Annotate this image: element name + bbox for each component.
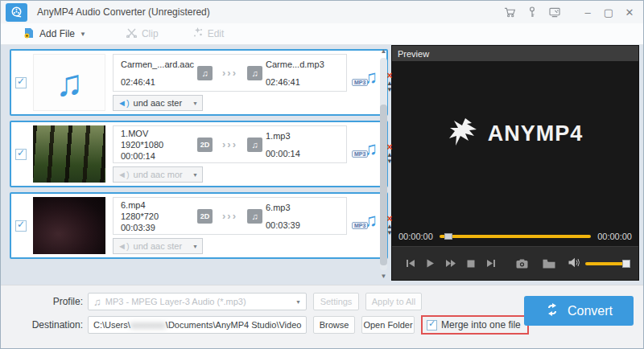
audio-track-label: und aac ster bbox=[134, 98, 183, 108]
play-button[interactable] bbox=[420, 254, 440, 273]
destination-input[interactable]: C:\Users\xxxxxxxx\Documents\AnyMP4 Studi… bbox=[88, 316, 307, 334]
apply-to-all-button[interactable]: Apply to All bbox=[365, 293, 422, 310]
anymp4-logo-icon bbox=[448, 117, 480, 152]
source-filename: Carmen_...ard.aac bbox=[121, 60, 197, 69]
add-file-button[interactable]: Add File ▼ bbox=[15, 23, 94, 44]
maximize-button[interactable]: ▢ bbox=[600, 4, 617, 20]
preview-title: Preview bbox=[392, 46, 638, 61]
audio-track-select[interactable]: ◄) und aac mor ▼ bbox=[113, 166, 203, 183]
profile-format-icon: ♫ bbox=[93, 296, 101, 308]
scissors-icon bbox=[126, 28, 137, 40]
output-filename: 1.mp3 bbox=[266, 131, 346, 141]
target-type-badge: ♫ bbox=[247, 138, 262, 152]
stop-button[interactable] bbox=[460, 254, 481, 273]
anymp4-logo-text: ANYMP4 bbox=[488, 121, 584, 146]
volume-speaker-icon[interactable] bbox=[568, 257, 580, 271]
profile-value: MP3 - MPEG Layer-3 Audio (*.mp3) bbox=[105, 297, 291, 306]
source-filename: 1.MOV bbox=[121, 129, 197, 138]
playback-controls bbox=[392, 246, 638, 280]
seek-handle[interactable] bbox=[444, 233, 452, 240]
add-file-label: Add File bbox=[39, 28, 75, 39]
list-scrollbar[interactable]: ▲ ▼ bbox=[378, 47, 389, 281]
audio-track-select[interactable]: ◄) und aac ster ▼ bbox=[113, 238, 203, 254]
preview-screen: ANYMP4 bbox=[392, 61, 638, 227]
edit-button[interactable]: Edit bbox=[184, 23, 233, 44]
convert-label: Convert bbox=[568, 304, 613, 318]
seek-slider[interactable] bbox=[440, 232, 591, 240]
video-thumbnail bbox=[33, 197, 105, 254]
output-filename: 6.mp3 bbox=[266, 203, 346, 212]
output-format-icon[interactable]: ♫MP3 bbox=[353, 142, 378, 166]
register-key-icon[interactable] bbox=[522, 4, 542, 20]
source-duration: 00:00:14 bbox=[121, 151, 197, 161]
scroll-up-icon[interactable]: ▲ bbox=[378, 47, 389, 56]
open-folder-button[interactable]: Open Folder bbox=[361, 316, 415, 334]
previous-button[interactable] bbox=[400, 254, 420, 273]
bottom-panel: Profile: ♫ MP3 - MPEG Layer-3 Audio (*.m… bbox=[1, 285, 644, 349]
volume-slider[interactable] bbox=[585, 260, 630, 268]
row-checkbox[interactable] bbox=[15, 220, 27, 232]
convert-button[interactable]: Convert bbox=[524, 296, 634, 326]
clip-label: Clip bbox=[142, 28, 159, 39]
source-resolution: 1280*720 bbox=[121, 211, 197, 221]
window-title: AnyMP4 Audio Converter (Unregistered) bbox=[37, 6, 210, 18]
destination-user-blurred: xxxxxxxx bbox=[130, 320, 166, 330]
source-filename: 6.mp4 bbox=[121, 200, 197, 210]
output-filename: Carme...d.mp3 bbox=[266, 60, 346, 69]
output-duration: 02:46:41 bbox=[266, 77, 346, 87]
main-area: ♫ Carmen_...ard.aac 02:46:41 ♫ ››› ♫ Car… bbox=[1, 45, 644, 285]
open-snapshot-folder-icon[interactable] bbox=[539, 254, 559, 273]
toolbar: Add File ▼ Clip Edit bbox=[1, 23, 644, 45]
preview-panel: Preview ANYMP4 00:00:00 00:00:00 bbox=[391, 45, 639, 281]
merge-checkbox[interactable] bbox=[427, 320, 437, 331]
destination-path-prefix: C:\Users\ bbox=[93, 320, 130, 330]
scrollbar-thumb[interactable] bbox=[380, 105, 387, 265]
close-button[interactable]: ✕ bbox=[621, 4, 638, 20]
file-info-panel: 6.mp4 1280*720 00:03:39 2D ››› ♫ 6.mp3 0… bbox=[113, 197, 347, 235]
speaker-icon: ◄) bbox=[118, 170, 130, 179]
clip-button[interactable]: Clip bbox=[118, 23, 167, 44]
chevron-down-icon: ▼ bbox=[192, 172, 198, 178]
feedback-icon[interactable] bbox=[545, 4, 564, 20]
chevron-down-icon: ▼ bbox=[192, 101, 198, 106]
output-format-icon[interactable]: ♫MP3 bbox=[353, 71, 378, 95]
output-duration: 00:03:39 bbox=[266, 220, 346, 230]
speaker-icon: ◄) bbox=[118, 241, 130, 251]
source-type-badge: 2D bbox=[197, 209, 213, 224]
scroll-down-icon[interactable]: ▼ bbox=[378, 272, 389, 281]
volume-handle[interactable] bbox=[622, 260, 630, 268]
volume-control bbox=[568, 257, 630, 271]
destination-label: Destination: bbox=[1, 319, 88, 331]
edit-label: Edit bbox=[208, 28, 225, 39]
file-row-1[interactable]: ♫ Carmen_...ard.aac 02:46:41 ♫ ››› ♫ Car… bbox=[10, 49, 388, 116]
speaker-icon: ◄) bbox=[118, 98, 130, 108]
audio-track-label: und aac ster bbox=[134, 241, 183, 251]
audio-track-select[interactable]: ◄) und aac ster ▼ bbox=[113, 95, 203, 111]
convert-arrows-icon: ››› bbox=[222, 67, 237, 79]
file-row-2[interactable]: 1.MOV 1920*1080 00:00:14 2D ››› ♫ 1.mp3 … bbox=[10, 121, 388, 187]
snapshot-camera-icon[interactable] bbox=[512, 254, 532, 273]
file-list: ♫ Carmen_...ard.aac 02:46:41 ♫ ››› ♫ Car… bbox=[1, 45, 391, 285]
minimize-button[interactable]: – bbox=[579, 4, 597, 20]
audio-thumbnail: ♫ bbox=[33, 54, 105, 111]
destination-path-suffix: \Documents\AnyMP4 Studio\Video bbox=[166, 320, 302, 330]
chevron-down-icon: ▼ bbox=[295, 299, 301, 305]
source-resolution: 1920*1080 bbox=[121, 140, 197, 150]
settings-button[interactable]: Settings bbox=[313, 293, 359, 310]
row-checkbox[interactable] bbox=[15, 149, 27, 160]
source-duration: 02:46:41 bbox=[121, 77, 197, 87]
row-checkbox[interactable] bbox=[15, 77, 27, 88]
file-row-3[interactable]: 6.mp4 1280*720 00:03:39 2D ››› ♫ 6.mp3 0… bbox=[10, 192, 388, 259]
app-logo-icon bbox=[6, 3, 27, 22]
fast-forward-button[interactable] bbox=[440, 254, 460, 273]
next-button[interactable] bbox=[481, 254, 501, 273]
store-cart-icon[interactable] bbox=[500, 4, 519, 20]
output-duration: 00:00:14 bbox=[266, 149, 346, 158]
total-time: 00:00:00 bbox=[597, 232, 632, 241]
video-thumbnail bbox=[33, 125, 105, 183]
magic-wand-icon bbox=[192, 27, 203, 40]
convert-arrows-icon: ››› bbox=[222, 138, 237, 150]
profile-select[interactable]: ♫ MP3 - MPEG Layer-3 Audio (*.mp3) ▼ bbox=[88, 293, 307, 310]
output-format-icon[interactable]: ♫MP3 bbox=[353, 214, 378, 238]
browse-button[interactable]: Browse bbox=[313, 316, 355, 334]
